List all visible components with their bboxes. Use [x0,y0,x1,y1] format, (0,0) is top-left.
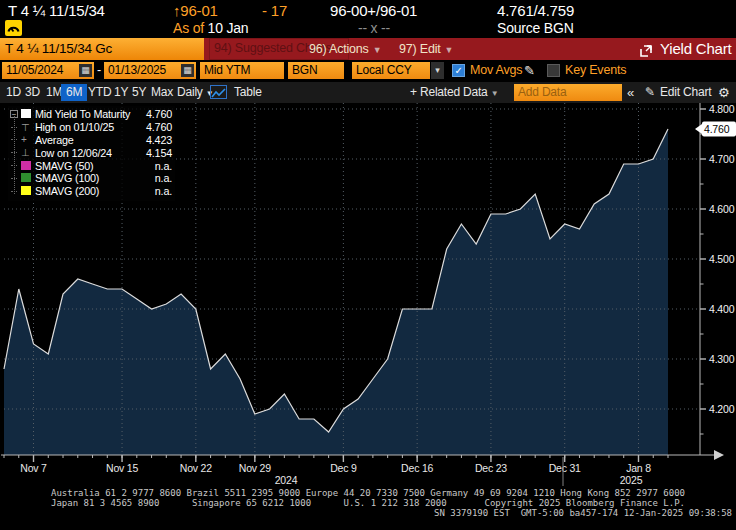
calendar-icon[interactable]: ▦ [79,64,92,77]
edit-chart-button[interactable]: Edit Chart [660,82,711,103]
date-from-field[interactable]: 11/05/2024▦ [2,62,94,79]
chevron-down-icon: ▼ [444,45,453,55]
gear-icon[interactable]: ⚙ [718,82,729,103]
y-tick-label: 4.300 [709,353,735,365]
field-selector[interactable]: Mid YTM [200,62,284,79]
as-of-line: As of 10 Jan [173,20,248,36]
last-value-text: 4.760 [704,123,730,135]
legend-row[interactable]: +Average4.423 [10,134,172,147]
year-label: 2025 [620,474,643,486]
y-tick-label: 4.800 [709,103,735,115]
legend-swatch-icon [21,160,35,172]
period-dropdown[interactable]: Daily ▼ [177,82,214,104]
pencil-icon[interactable]: ✎ [645,82,655,103]
legend-swatch-icon [21,108,35,120]
last-price: ↑96-01 [173,2,218,19]
check-icon: ✓ [454,65,462,76]
x-tick-label: Nov 15 [106,462,138,474]
y-tick-label: 4.200 [709,403,735,415]
x-tick-label: Dec 31 [549,462,581,474]
legend-row[interactable]: ⊤High on 01/10/254.760 [10,121,172,134]
chevron-down-icon: ▼ [491,89,499,98]
x-tick-label: Nov 7 [20,462,47,474]
legend-value: 4.760 [136,121,172,133]
legend-value: n.a. [136,160,172,172]
footer-session-info: SN 3379190 EST GMT-5:00 ba457-174 12-Jan… [0,508,736,518]
range-tab-ytd[interactable]: YTD [88,82,111,103]
footer-contact-line1: Australia 61 2 9777 8600 Brazil 5511 239… [0,488,736,498]
legend-high-marker-icon: ⊤ [21,122,35,133]
legend-value: n.a. [136,172,172,184]
quote-header: T 4 ¼ 11/15/34 ↑96-01 - 17 96-00+/96-01 … [0,0,736,38]
security-name: T 4 ¼ 11/15/34 [8,2,105,19]
range-tab-6m[interactable]: 6M [61,84,87,101]
range-tab-1m[interactable]: 1M [46,82,62,103]
pricing-source-field[interactable]: BGN [288,62,344,79]
legend-avg-marker-icon: + [21,134,35,145]
x-tick-label: Nov 22 [180,462,212,474]
pencil-icon[interactable]: ✎ [524,60,535,81]
page-title: Yield Chart [660,38,731,60]
range-tab-1d[interactable]: 1D [6,82,21,103]
gauge-glyph [5,20,22,36]
chart-settings-toolbar: 11/05/2024▦ - 01/13/2025▦ Mid YTM BGN Lo… [0,60,736,82]
related-data-dropdown[interactable]: + Related Data ▼ [410,82,498,104]
footer-contact-line2: Japan 81 3 4565 8900 Singapore 65 6212 1… [0,498,736,508]
x-tick-label: Dec 16 [401,462,433,474]
gauge-icon[interactable] [5,20,22,36]
legend-tree-line [14,116,15,194]
legend-row[interactable]: −Mid Yield To Maturity4.760 [10,108,172,121]
range-tab-1y[interactable]: 1Y [114,82,128,103]
key-events-label[interactable]: Key Events [565,60,626,81]
y-tick-label: 4.700 [709,153,735,165]
legend-label: Mid Yield To Maturity [35,108,136,120]
range-tab-max[interactable]: Max [151,82,173,103]
key-events-checkbox[interactable] [547,64,560,77]
legend-value: n.a. [136,185,172,197]
legend-value: 4.760 [136,108,172,120]
table-button[interactable]: Table [234,82,262,103]
calendar-icon[interactable]: ▦ [181,64,194,77]
price-source: Source BGN [497,20,574,36]
add-data-input[interactable]: Add Data [514,84,622,101]
legend-row[interactable]: SMAVG (100)n.a. [10,172,172,185]
legend-label: SMAVG (100) [35,172,136,184]
mov-avgs-label[interactable]: Mov Avgs [470,60,522,81]
x-tick-label: Jan 8 [626,462,651,474]
line-chart-icon[interactable] [210,85,227,99]
legend-row[interactable]: SMAVG (50)n.a. [10,159,172,172]
ticker-input[interactable]: T 4 ¼ 11/15/34 Gc [0,38,204,60]
menu-actions[interactable]: 96) Actions▼ [309,38,381,61]
export-icon[interactable] [640,43,652,55]
legend-row[interactable]: SMAVG (200)n.a. [10,185,172,198]
legend-row[interactable]: ⊥Low on 12/06/244.154 [10,146,172,159]
price-change: - 17 [262,2,287,19]
legend-label: SMAVG (50) [35,160,136,172]
mov-avgs-checkbox[interactable]: ✓ [452,64,465,77]
currency-selector[interactable]: Local CCY [352,62,430,79]
bid-ask-price: 96-00+/96-01 [330,2,417,19]
bloomberg-terminal-screen: { "header": { "security": "T 4 ¼ 11/15/3… [0,0,736,530]
range-tab-5y[interactable]: 5Y [132,82,146,103]
y-tick-label: 4.600 [709,203,735,215]
legend-label: SMAVG (200) [35,185,136,197]
x-tick-label: Dec 9 [330,462,357,474]
range-tab-3d[interactable]: 3D [25,82,40,103]
legend-low-marker-icon: ⊥ [21,147,35,158]
collapse-panel-button[interactable]: « [627,82,634,103]
legend-label: High on 01/10/25 [35,121,136,133]
chart-range-tabbar: 1D3D1M6MYTD1Y5YMax Daily ▼ Table + Relat… [0,82,736,103]
legend-swatch-icon [21,185,35,197]
last-value-pointer [695,124,702,134]
date-range-separator: - [97,60,101,81]
y-tick-label: 4.400 [709,303,735,315]
legend-value: 4.154 [136,147,172,159]
currency-dropdown-icon[interactable]: ▾ [431,62,444,79]
terminal-footer: Australia 61 2 9777 8600 Brazil 5511 239… [0,488,736,530]
menu-edit[interactable]: 97) Edit▼ [399,38,453,61]
chart-legend: −Mid Yield To Maturity4.760⊤High on 01/1… [8,106,175,201]
year-label: 2024 [275,474,298,486]
date-to-field[interactable]: 01/13/2025▦ [104,62,196,79]
chevron-down-icon: ▼ [373,45,382,55]
legend-label: Low on 12/06/24 [35,147,136,159]
